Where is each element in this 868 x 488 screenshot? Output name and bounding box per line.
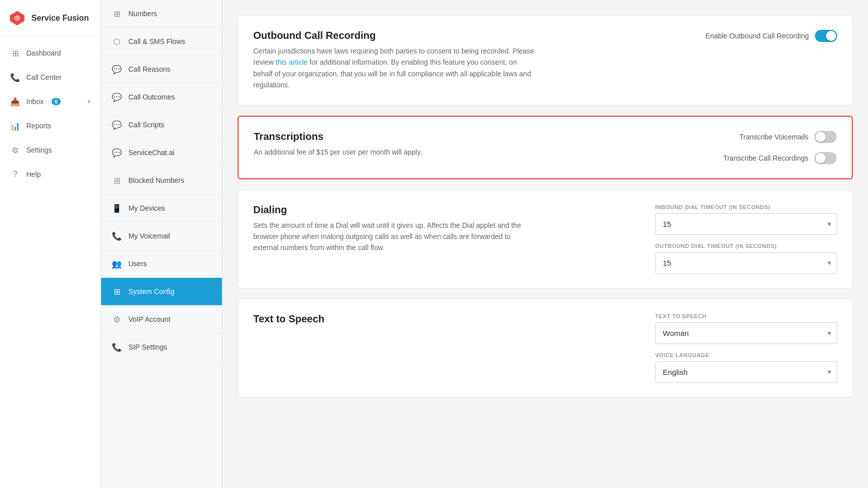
outbound-recording-controls: Enable Outbound Call Recording: [686, 30, 837, 42]
sidebar-item-my-voicemail[interactable]: 📞 My Voicemail: [101, 222, 222, 250]
tts-voice-select[interactable]: Woman Man: [655, 322, 837, 344]
app-name: Service Fusion: [31, 14, 89, 23]
second-sidebar: ⊞ Numbers ⬡ Call & SMS Flows 💬 Call Reas…: [101, 0, 222, 488]
voip-account-icon: ⚙: [111, 314, 122, 325]
outbound-recording-card: Outbound Call Recording Certain jurisdic…: [238, 15, 853, 106]
inbox-chevron-icon: ▾: [87, 98, 90, 105]
inbound-timeout-group: INBOUND DIAL TIMEOUT (IN SECONDS) 15 20 …: [655, 204, 837, 235]
nav-item-reports[interactable]: 📊 Reports: [0, 114, 101, 138]
voice-language-select[interactable]: English Spanish French: [655, 361, 837, 383]
nav-item-inbox-label: Inbox: [26, 97, 43, 106]
servicechat-icon: 💬: [111, 147, 122, 158]
my-devices-icon: 📱: [111, 203, 122, 214]
tts-layout: Text to Speech TEXT TO SPEECH Woman Man …: [253, 313, 837, 383]
sidebar-item-my-voicemail-label: My Voicemail: [128, 232, 170, 240]
sidebar-item-numbers-label: Numbers: [128, 10, 157, 18]
sidebar-item-call-scripts[interactable]: 💬 Call Scripts: [101, 111, 222, 139]
transcriptions-desc: An additional fee of $15 per user per mo…: [254, 147, 422, 158]
dialing-content: Dialing Sets the amount of time a Dial w…: [253, 204, 531, 254]
inbound-timeout-select-wrapper: 15 20 25 30 45 60: [655, 213, 837, 235]
outbound-timeout-select[interactable]: 15 20 25 30 45 60: [655, 252, 837, 274]
nav-item-dashboard-label: Dashboard: [26, 49, 61, 57]
sidebar-item-voip-account[interactable]: ⚙ VoIP Account: [101, 306, 222, 333]
transcriptions-controls: Transcribe Voicemails Transcribe Call Re…: [685, 131, 837, 164]
sidebar-item-call-sms-flows[interactable]: ⬡ Call & SMS Flows: [101, 28, 222, 56]
sip-settings-icon: 📞: [111, 341, 122, 353]
nav-item-settings-label: Settings: [26, 146, 52, 154]
sidebar-item-sip-settings[interactable]: 📞 SIP Settings: [101, 333, 222, 361]
enable-outbound-toggle[interactable]: [815, 30, 837, 42]
outbound-timeout-label: OUTBOUND DIAL TIMEOUT (IN SECONDS): [655, 243, 837, 249]
transcribe-voicemails-row: Transcribe Voicemails: [740, 131, 837, 143]
reports-icon: 📊: [10, 121, 20, 131]
dialing-title: Dialing: [253, 204, 531, 216]
dialing-desc: Sets the amount of time a Dial will wait…: [253, 220, 531, 254]
nav-item-dashboard[interactable]: ⊞ Dashboard: [0, 41, 101, 65]
numbers-icon: ⊞: [111, 8, 122, 19]
inbox-badge: 6: [52, 98, 61, 105]
call-outcomes-icon: 💬: [111, 91, 122, 103]
inbound-timeout-label: INBOUND DIAL TIMEOUT (IN SECONDS): [655, 204, 837, 210]
transcribe-voicemails-toggle[interactable]: [814, 131, 837, 143]
nav-item-settings[interactable]: ⚙ Settings: [0, 138, 101, 162]
outbound-recording-title: Outbound Call Recording: [253, 30, 536, 41]
sidebar-item-servicechat-ai[interactable]: 💬 ServiceChat.ai: [101, 139, 222, 167]
tts-voice-group: TEXT TO SPEECH Woman Man: [655, 313, 837, 344]
this-article-link[interactable]: this article: [276, 58, 307, 66]
sidebar-item-users[interactable]: 👥 Users: [101, 250, 222, 278]
voice-language-label: VOICE LANGUAGE: [655, 352, 837, 358]
sidebar-item-call-sms-flows-label: Call & SMS Flows: [128, 37, 185, 45]
call-reasons-icon: 💬: [111, 64, 122, 75]
sidebar-item-system-config-label: System Config: [128, 287, 174, 296]
transcribe-recordings-label: Transcribe Call Recordings: [723, 154, 808, 162]
outbound-timeout-group: OUTBOUND DIAL TIMEOUT (IN SECONDS) 15 20…: [655, 243, 837, 274]
logo-icon: [8, 9, 26, 27]
sidebar-item-my-devices[interactable]: 📱 My Devices: [101, 194, 222, 222]
users-icon: 👥: [111, 258, 122, 269]
settings-icon: ⚙: [10, 145, 20, 155]
sidebar-item-voip-account-label: VoIP Account: [128, 315, 170, 323]
nav-item-inbox[interactable]: 📥 Inbox 6 ▾: [0, 89, 101, 114]
sidebar-item-system-config[interactable]: ⊞ System Config: [101, 278, 222, 306]
transcriptions-title: Transcriptions: [254, 131, 422, 142]
call-sms-flows-icon: ⬡: [111, 36, 122, 47]
sidebar-item-call-outcomes-label: Call Outcomes: [128, 93, 175, 101]
sidebar-item-sip-settings-label: SIP Settings: [128, 343, 167, 351]
transcriptions-header: Transcriptions An additional fee of $15 …: [254, 131, 837, 164]
system-config-icon: ⊞: [111, 286, 122, 297]
sidebar-item-numbers[interactable]: ⊞ Numbers: [101, 0, 222, 28]
voice-language-group: VOICE LANGUAGE English Spanish French: [655, 352, 837, 383]
outbound-recording-content: Outbound Call Recording Certain jurisdic…: [253, 30, 536, 91]
enable-outbound-label: Enable Outbound Call Recording: [705, 32, 809, 40]
tts-title: Text to Speech: [253, 313, 325, 325]
dialing-layout: Dialing Sets the amount of time a Dial w…: [253, 204, 837, 274]
transcriptions-content: Transcriptions An additional fee of $15 …: [254, 131, 422, 158]
blocked-numbers-icon: ⊞: [111, 175, 122, 186]
call-scripts-icon: 💬: [111, 119, 122, 130]
sidebar-item-blocked-numbers[interactable]: ⊞ Blocked Numbers: [101, 167, 222, 194]
voice-language-select-wrapper: English Spanish French: [655, 361, 837, 383]
nav-item-reports-label: Reports: [26, 122, 51, 130]
left-navigation: Service Fusion ⊞ Dashboard 📞 Call Center…: [0, 0, 101, 488]
tts-voice-label: TEXT TO SPEECH: [655, 313, 837, 319]
sidebar-item-call-scripts-label: Call Scripts: [128, 121, 164, 129]
nav-item-help[interactable]: ? Help: [0, 162, 101, 186]
nav-item-help-label: Help: [26, 170, 41, 178]
outbound-recording-desc: Certain jurisdictions have laws requirin…: [253, 45, 536, 91]
tts-voice-select-wrapper: Woman Man: [655, 322, 837, 344]
call-center-icon: 📞: [10, 72, 20, 82]
outbound-recording-header: Outbound Call Recording Certain jurisdic…: [253, 30, 837, 91]
inbox-icon: 📥: [10, 96, 20, 107]
sidebar-item-call-outcomes[interactable]: 💬 Call Outcomes: [101, 83, 222, 111]
my-voicemail-icon: 📞: [111, 230, 122, 241]
tts-controls: TEXT TO SPEECH Woman Man VOICE LANGUAGE …: [655, 313, 837, 383]
sidebar-item-my-devices-label: My Devices: [128, 204, 165, 212]
sidebar-item-users-label: Users: [128, 260, 147, 268]
sidebar-item-call-reasons[interactable]: 💬 Call Reasons: [101, 56, 222, 83]
sidebar-item-servicechat-ai-label: ServiceChat.ai: [128, 149, 174, 157]
nav-item-call-center[interactable]: 📞 Call Center: [0, 65, 101, 89]
transcribe-recordings-toggle[interactable]: [814, 152, 837, 164]
inbound-timeout-select[interactable]: 15 20 25 30 45 60: [655, 213, 837, 235]
main-content: Outbound Call Recording Certain jurisdic…: [222, 0, 868, 488]
enable-outbound-toggle-row: Enable Outbound Call Recording: [705, 30, 837, 42]
